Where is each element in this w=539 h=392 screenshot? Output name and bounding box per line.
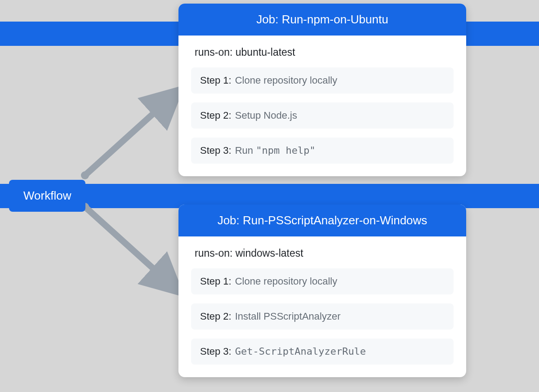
job-title: Job: Run-PSScriptAnalyzer-on-Windows	[218, 214, 428, 227]
step-desc: Clone repository locally	[235, 75, 337, 86]
job-body: runs-on: ubuntu-latest Step 1: Clone rep…	[178, 36, 466, 176]
job-title: Job: Run-npm-on-Ubuntu	[256, 13, 388, 26]
step-desc: Run "npm help"	[235, 145, 316, 156]
job-body: runs-on: windows-latest Step 1: Clone re…	[178, 236, 466, 377]
step-desc-code: "npm help"	[256, 145, 315, 156]
job-step: Step 1: Clone repository locally	[191, 268, 454, 294]
svg-line-3	[85, 207, 178, 291]
step-desc: Get-ScriptAnalyzerRule	[235, 346, 366, 357]
step-desc: Install PSScriptAnalyzer	[235, 311, 341, 322]
step-desc: Setup Node.js	[235, 110, 297, 121]
job-step: Step 1: Clone repository locally	[191, 67, 454, 94]
step-label: Step 1:	[200, 276, 232, 287]
step-label: Step 3:	[200, 346, 232, 357]
svg-line-2	[85, 91, 178, 175]
job-header: Job: Run-npm-on-Ubuntu	[178, 4, 466, 36]
step-desc: Clone repository locally	[235, 276, 337, 287]
step-label: Step 2:	[200, 110, 232, 121]
step-label: Step 1:	[200, 75, 232, 86]
connector-lines	[79, 85, 189, 310]
step-label: Step 2:	[200, 311, 232, 322]
job-card-ubuntu: Job: Run-npm-on-Ubuntu runs-on: ubuntu-l…	[178, 4, 466, 176]
runs-on-label: runs-on: ubuntu-latest	[191, 46, 454, 58]
step-label: Step 3:	[200, 145, 232, 156]
job-step: Step 2: Setup Node.js	[191, 102, 454, 129]
runs-on-label: runs-on: windows-latest	[191, 247, 454, 259]
workflow-label: Workflow	[23, 189, 71, 202]
workflow-node: Workflow	[9, 180, 85, 212]
job-card-windows: Job: Run-PSScriptAnalyzer-on-Windows run…	[178, 205, 466, 377]
step-desc-prefix: Run	[235, 145, 256, 156]
job-step: Step 2: Install PSScriptAnalyzer	[191, 303, 454, 330]
job-header: Job: Run-PSScriptAnalyzer-on-Windows	[178, 205, 466, 236]
step-desc-code: Get-ScriptAnalyzerRule	[235, 346, 366, 357]
job-step: Step 3: Run "npm help"	[191, 138, 454, 164]
job-step: Step 3: Get-ScriptAnalyzerRule	[191, 339, 454, 365]
